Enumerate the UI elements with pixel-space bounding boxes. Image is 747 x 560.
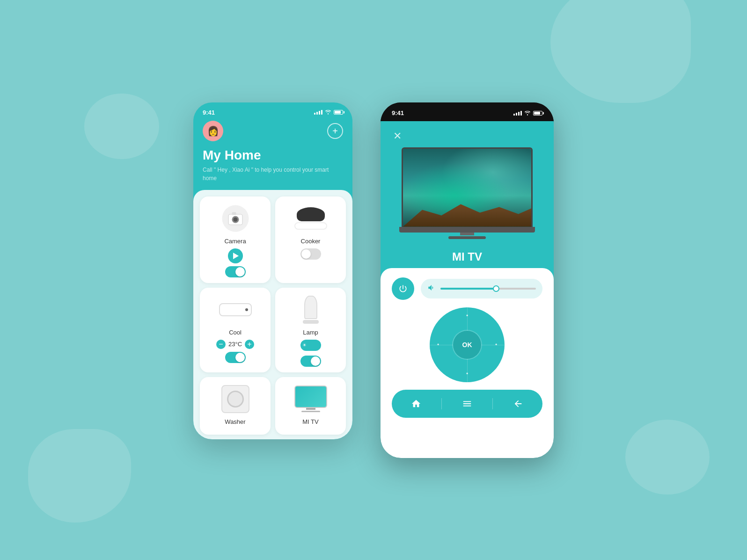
phone2: 9:41 (381, 102, 554, 458)
page-title: My Home (203, 148, 343, 163)
camera-icon-area (217, 202, 254, 235)
mi-tv-label: MI TV (381, 250, 554, 263)
device-card-camera: Camera (200, 196, 271, 283)
tv-screen (402, 147, 533, 227)
bg-blob-4 (84, 94, 159, 159)
lamp-icon (304, 296, 317, 319)
lamp-toggle-knob (311, 356, 320, 366)
lamp-icon-area (292, 293, 330, 326)
device-card-tv-mini: MI TV (275, 377, 346, 435)
svg-rect-4 (232, 212, 236, 215)
dpad-left-button[interactable]: • (433, 340, 443, 349)
cooker-toggle-knob (301, 249, 311, 259)
tv-neck (460, 233, 474, 235)
nav-divider-2 (492, 398, 493, 409)
camera-toggle-knob (235, 267, 245, 276)
cooker-icon (297, 207, 325, 221)
device-card-cool: Cool − 23°C + (200, 288, 271, 372)
remote-top-row (392, 277, 542, 300)
camera-toggle[interactable] (225, 266, 246, 277)
phone2-status-bar: 9:41 (381, 102, 554, 121)
phone2-time: 9:41 (392, 109, 404, 116)
temp-decrease-button[interactable]: − (216, 340, 226, 349)
add-device-button[interactable]: + (327, 123, 343, 139)
device-card-cooker: Cooker (275, 196, 346, 283)
phone2-status-icons (513, 109, 542, 117)
lamp-toggle[interactable] (300, 356, 321, 367)
remote-bottom-nav (392, 390, 542, 418)
tv-bottom-bar (399, 227, 535, 233)
phone1-battery-icon (334, 110, 343, 115)
devices-grid: Camera Cooker (193, 190, 352, 439)
phone1-status-icons (314, 109, 343, 116)
nav-back-button[interactable] (510, 395, 527, 412)
brightness-toggle[interactable]: ☀ (300, 340, 321, 351)
phone2-battery-icon (533, 111, 542, 116)
volume-slider-thumb (493, 285, 499, 292)
temp-control: − 23°C + (216, 340, 254, 349)
phone1-header: 9:41 (193, 102, 352, 190)
bg-blob-1 (550, 0, 691, 103)
camera-play-button[interactable] (228, 248, 243, 263)
tv-display-area (381, 147, 554, 244)
volume-slider-track[interactable] (440, 288, 536, 290)
tv-mini-stand (306, 408, 315, 410)
volume-control[interactable] (421, 279, 542, 298)
tv-mini-icon (294, 385, 327, 408)
phones-container: 9:41 (193, 102, 554, 458)
dpad-circle: • • • • OK (430, 307, 505, 382)
temp-display: 23°C (228, 341, 242, 348)
bg-blob-2 (28, 429, 131, 523)
cool-toggle-knob (235, 353, 245, 362)
phone1-status-bar: 9:41 (203, 109, 343, 116)
cooker-base (294, 222, 327, 230)
avatar[interactable]: 👩 (203, 121, 223, 141)
bg-blob-3 (625, 420, 710, 495)
nav-home-button[interactable] (408, 395, 425, 412)
nav-menu-button[interactable] (459, 395, 476, 412)
dpad: • • • • OK (430, 307, 505, 382)
washer-icon-area (217, 383, 254, 415)
phone1-top-row: 👩 + (203, 121, 343, 141)
dpad-up-button[interactable]: • (462, 311, 472, 320)
device-card-lamp: Lamp ☀ (275, 288, 346, 372)
phone1-time: 9:41 (203, 109, 215, 116)
cooker-label: Cooker (301, 238, 321, 245)
brightness-icon: ☀ (302, 342, 307, 348)
phone2-content: ✕ MI TV (381, 121, 554, 458)
washer-label: Washer (225, 418, 245, 425)
power-button[interactable] (392, 277, 414, 300)
dpad-down-button[interactable]: • (462, 369, 472, 378)
washer-icon (221, 385, 249, 413)
cool-toggle[interactable] (225, 352, 246, 363)
phone1-wifi-icon (325, 109, 331, 116)
tv-mini-icon-area (292, 383, 330, 415)
tv-screen-container (402, 147, 533, 239)
lamp-base (303, 320, 319, 324)
nav-divider-1 (441, 398, 442, 409)
device-card-washer: Washer (200, 377, 271, 435)
dpad-ok-button[interactable]: OK (453, 331, 481, 359)
camera-icon (221, 204, 249, 233)
volume-slider-fill (440, 288, 498, 290)
phone2-signal (513, 111, 522, 116)
washer-drum (227, 391, 244, 407)
dpad-right-button[interactable]: • (491, 340, 501, 349)
cool-label: Cool (229, 329, 242, 336)
close-btn-row: ✕ (381, 121, 554, 147)
svg-point-3 (233, 217, 237, 221)
ac-icon-area (217, 293, 254, 326)
phone1: 9:41 (193, 102, 352, 439)
page-subtitle: Call " Hey , Xiao Ai " to help you contr… (203, 166, 343, 182)
close-button[interactable]: ✕ (390, 129, 405, 144)
phone2-wifi-icon (524, 109, 531, 117)
lamp-label: Lamp (303, 329, 318, 336)
phone1-signal (314, 110, 322, 115)
ac-icon (219, 303, 252, 316)
play-triangle-icon (233, 253, 239, 259)
volume-icon (427, 284, 436, 294)
dpad-container: • • • • OK (392, 307, 542, 382)
temp-increase-button[interactable]: + (245, 340, 254, 349)
cooker-toggle[interactable] (300, 248, 321, 260)
power-icon (398, 284, 408, 293)
